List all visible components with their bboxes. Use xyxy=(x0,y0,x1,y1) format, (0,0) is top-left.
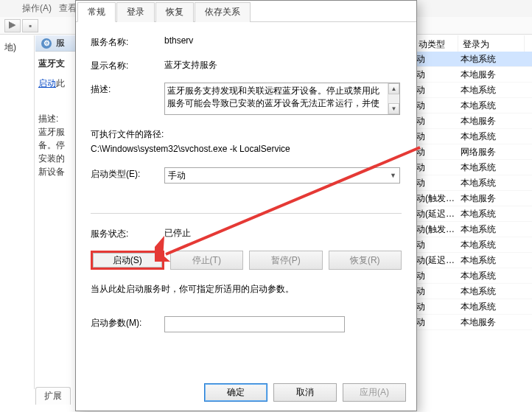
table-row[interactable]: 动(延迟…本地系统 xyxy=(414,253,532,268)
menu-action[interactable]: 操作(A) xyxy=(22,2,52,15)
table-row[interactable]: 动本地系统 xyxy=(414,175,532,191)
service-description-panel: ⚙ 服 蓝牙支 启动此 描述: 蓝牙服 备。停 安装的 新设备 xyxy=(35,35,81,389)
label-display-name: 显示名称: xyxy=(91,59,164,72)
services-icon: ⚙ xyxy=(41,38,52,49)
label-startup-type: 启动类型(E): xyxy=(91,167,164,181)
value-service-name: bthserv xyxy=(164,35,402,46)
table-row[interactable]: 动本地系统 xyxy=(414,160,532,175)
start-service-link[interactable]: 启动 xyxy=(38,78,56,88)
table-row[interactable]: 动本地服务 xyxy=(414,67,532,83)
value-exe-path: C:\Windows\system32\svchost.exe -k Local… xyxy=(91,144,402,154)
table-row[interactable]: 动本地系统 xyxy=(414,98,532,114)
label-description: 描述: xyxy=(91,83,164,96)
scroll-up-icon[interactable]: ▲ xyxy=(388,83,399,94)
chevron-down-icon: ▼ xyxy=(390,172,396,179)
col-startup-type[interactable]: 动类型 xyxy=(414,35,458,52)
label-service-status: 服务状态: xyxy=(91,227,164,240)
startup-type-select[interactable]: 手动 ▼ xyxy=(164,167,400,184)
value-service-status: 已停止 xyxy=(164,227,402,240)
description-textarea[interactable]: 蓝牙服务支持发现和关联远程蓝牙设备。停止或禁用此服务可能会导致已安装的蓝牙设备无… xyxy=(164,83,400,115)
tree-item[interactable]: 地) xyxy=(3,40,31,55)
table-row[interactable]: 动网络服务 xyxy=(414,144,532,160)
apply-button: 应用(A) xyxy=(343,383,406,402)
table-row[interactable]: 动本地系统 xyxy=(414,52,532,67)
stop-button: 停止(T) xyxy=(170,251,244,270)
startup-param-input[interactable] xyxy=(164,316,345,332)
table-row[interactable]: 动本地服务 xyxy=(414,114,532,129)
table-row[interactable]: 动本地系统 xyxy=(414,299,532,315)
startup-params-note: 当从此处启动服务时，你可指定所适用的启动参数。 xyxy=(91,283,402,296)
pause-button: 暂停(P) xyxy=(249,251,323,270)
panel-header: ⚙ 服 xyxy=(35,35,80,52)
dialog-tabs: 常规 登录 恢复 依存关系 xyxy=(76,1,416,22)
tab-recovery[interactable]: 恢复 xyxy=(155,2,194,22)
tab-logon[interactable]: 登录 xyxy=(116,2,155,22)
separator xyxy=(91,213,402,214)
table-header: 动类型 登录为 xyxy=(414,35,532,53)
side-desc-l1: 蓝牙服 xyxy=(38,125,77,139)
side-desc-l4: 新设备 xyxy=(38,165,77,178)
label-exe-path: 可执行文件的路径: xyxy=(91,128,402,141)
left-tree: 地) xyxy=(0,35,35,389)
label-service-name: 服务名称: xyxy=(91,35,164,49)
bottom-tab-extended[interactable]: 扩展 xyxy=(35,387,71,405)
cancel-button[interactable]: 取消 xyxy=(273,383,337,402)
value-display-name: 蓝牙支持服务 xyxy=(164,59,402,71)
scroll-down-icon[interactable]: ▼ xyxy=(388,103,399,114)
table-row[interactable]: 动本地系统 xyxy=(414,83,532,98)
scrollbar[interactable]: ▲ ▼ xyxy=(388,83,399,114)
table-row[interactable]: 动本地系统 xyxy=(414,237,532,253)
start-button[interactable]: 启动(S) xyxy=(91,251,164,270)
table-row[interactable]: 动(触发…本地服务 xyxy=(414,191,532,206)
nav-back-icon[interactable]: ⯈ xyxy=(4,19,21,32)
panel-title-fragment: 服 xyxy=(56,37,65,49)
service-properties-dialog: 常规 登录 恢复 依存关系 服务名称: bthserv 显示名称: 蓝牙支持服务… xyxy=(75,0,417,411)
services-table[interactable]: 动本地系统动本地服务动本地系统动本地系统动本地服务动本地系统动网络服务动本地系统… xyxy=(414,52,532,330)
tab-general[interactable]: 常规 xyxy=(77,2,116,22)
tab-dependencies[interactable]: 依存关系 xyxy=(195,2,251,22)
side-desc-l2: 备。停 xyxy=(38,139,77,152)
table-row[interactable]: 动本地系统 xyxy=(414,268,532,284)
side-desc-l3: 安装的 xyxy=(38,152,77,165)
table-row[interactable]: 动(延迟…本地系统 xyxy=(414,206,532,222)
table-row[interactable]: 动(触发…本地系统 xyxy=(414,222,532,237)
selected-service-title: 蓝牙支 xyxy=(38,57,77,70)
table-row[interactable]: 动本地系统 xyxy=(414,284,532,299)
ok-button[interactable]: 确定 xyxy=(204,383,267,402)
table-row[interactable]: 动本地系统 xyxy=(414,129,532,144)
side-desc-label: 描述: xyxy=(38,112,77,125)
startup-type-value: 手动 xyxy=(168,170,186,182)
resume-button: 恢复(R) xyxy=(329,251,402,270)
table-row[interactable]: 动本地服务 xyxy=(414,315,532,330)
label-startup-param: 启动参数(M): xyxy=(91,316,164,329)
nav-stop-icon[interactable]: ▪ xyxy=(22,19,38,32)
col-logon-as[interactable]: 登录为 xyxy=(458,35,525,52)
